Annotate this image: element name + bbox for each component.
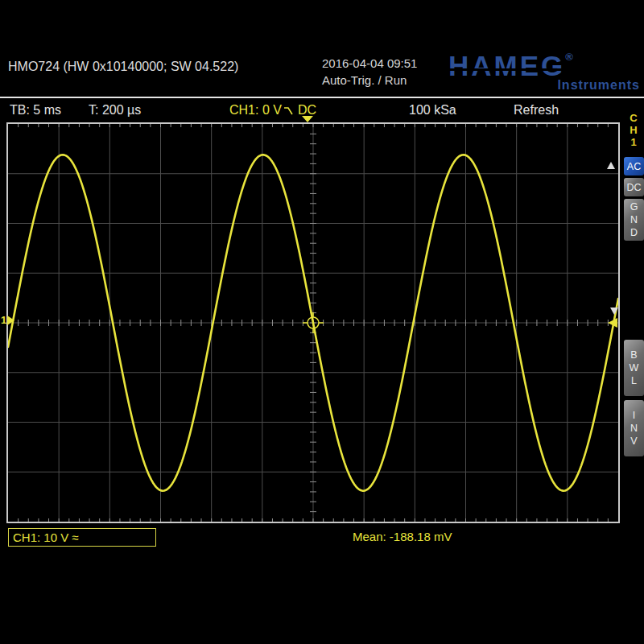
logo-stripe bbox=[448, 68, 632, 71]
registered-mark: ® bbox=[565, 51, 576, 63]
device-model-title: HMO724 (HW 0x10140000; SW 04.522) bbox=[8, 60, 238, 74]
ch1-reference-number: 1 bbox=[1, 314, 6, 326]
scope-graticule bbox=[6, 122, 620, 523]
sidebar-channel-label: CH1 bbox=[625, 112, 642, 148]
mean-measurement-readout: Mean: -188.18 mV bbox=[353, 530, 452, 543]
oscilloscope-screen: { "header": { "model": "HMO724 (HW 0x101… bbox=[0, 0, 644, 644]
ch1-reference-arrow-icon bbox=[7, 316, 14, 325]
bandwidth-limit-button[interactable]: BWL bbox=[624, 340, 644, 396]
coupling-dc-button[interactable]: DC bbox=[624, 178, 644, 196]
trigger-run-status: Auto-Trig. / Run bbox=[322, 73, 407, 87]
sample-rate-readout: 100 kSa bbox=[409, 103, 456, 118]
header-divider bbox=[0, 97, 644, 98]
datetime: 2016-04-04 09:51 bbox=[322, 56, 417, 70]
time-offset-readout[interactable]: T: 200 µs bbox=[89, 103, 141, 118]
coupling-gnd-button[interactable]: GND bbox=[624, 199, 644, 241]
invert-button[interactable]: INV bbox=[624, 400, 644, 456]
range-down-marker[interactable] bbox=[610, 308, 618, 315]
ch1-reference-marker[interactable]: 1 bbox=[1, 314, 14, 326]
trigger-position-marker[interactable] bbox=[302, 116, 313, 122]
acquisition-mode-readout[interactable]: Refresh bbox=[514, 103, 559, 118]
graticule-grid bbox=[8, 124, 618, 522]
trigger-source-label: CH1: 0 V bbox=[229, 103, 282, 118]
falling-edge-icon bbox=[283, 105, 296, 117]
brand-logo-text: HAMEG® bbox=[448, 50, 576, 81]
range-up-marker[interactable] bbox=[607, 162, 615, 169]
brand-logo: HAMEG® Instruments bbox=[448, 52, 640, 93]
ch1-scale-readout[interactable]: CH1: 10 V ≈ bbox=[8, 528, 156, 547]
timebase-readout[interactable]: TB: 5 ms bbox=[10, 103, 61, 118]
waveform-display bbox=[8, 124, 618, 522]
coupling-ac-button[interactable]: AC bbox=[624, 157, 644, 175]
